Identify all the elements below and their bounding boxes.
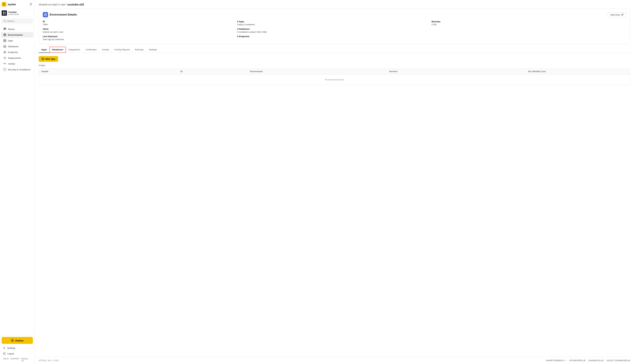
env-details-grid: ID 7809 0 Apps Using 0 containers Backup…: [43, 20, 626, 40]
content-area: New App 0 Apps Handle ID Environment Ser…: [35, 53, 634, 357]
env-backups-value: 0 GB: [432, 23, 626, 26]
sidebar-item-apps[interactable]: Apps: [1, 38, 34, 44]
tab-backups[interactable]: Backups: [132, 47, 146, 53]
search-input[interactable]: [7, 20, 31, 22]
changelog-link[interactable]: CHANGELOG: [588, 360, 604, 362]
env-field-last-deployed: Last Deployed 3min ago by Unknown: [43, 35, 237, 40]
sidebar-item-security[interactable]: Security & Compliance: [1, 67, 34, 72]
sidebar-item-activity[interactable]: Activity: [1, 61, 34, 66]
share-feedback-label: SHARE FEEDBACK: [546, 360, 564, 362]
tab-activity-reports-label: Activity Reports: [114, 48, 130, 51]
docs-link[interactable]: DOCS: [3, 358, 8, 362]
page-footer: APTIBLE, INC. © 2023 SHARE FEEDBACK GITH…: [35, 357, 634, 364]
sidebar: Aptible ☰ Youtube Kishan Sheth 🔍: [0, 0, 35, 364]
col-environment: Environment: [248, 69, 386, 74]
svg-rect-14: [5, 41, 6, 42]
env-last-deployed-label: Last Deployed: [43, 35, 237, 38]
search-wrap: 🔍: [2, 19, 33, 23]
search-section: 🔍: [0, 18, 34, 25]
databases-icon: [3, 45, 6, 48]
apps-count: 0 Apps: [39, 64, 630, 66]
col-handle: Handle: [39, 69, 178, 74]
apps-table: Handle ID Environment Services Est. Mont…: [39, 68, 630, 85]
chevron-down-icon: [565, 360, 566, 361]
env-id-value: 7809: [43, 23, 237, 26]
env-card-header: Environment Details View Docs: [43, 12, 626, 17]
env-field-apps: 0 Apps Using 0 containers: [237, 20, 432, 26]
tab-backups-label: Backups: [135, 48, 144, 51]
footer-links-right: SHARE FEEDBACK GITHUB REPO CHANGELOG LEG…: [546, 360, 630, 362]
svg-rect-2: [4, 12, 6, 13]
tab-certificates-label: Certificates: [86, 48, 97, 51]
org-switcher[interactable]: Youtube Kishan Sheth: [0, 9, 34, 18]
tabs-list: Apps Databases Integrations Certificates…: [39, 47, 630, 53]
logo: Aptible: [2, 2, 16, 6]
tab-apps[interactable]: Apps: [39, 47, 50, 53]
sidebar-item-endpoints[interactable]: Endpoints: [1, 49, 34, 55]
sidebar-item-security-label: Security & Compliance: [8, 68, 30, 71]
install-cli-link[interactable]: INSTALL CLI: [21, 358, 31, 362]
tab-certificates[interactable]: Certificates: [83, 47, 100, 53]
tab-activity[interactable]: Activity: [99, 47, 112, 53]
sidebar-item-deployments[interactable]: Deployments: [1, 55, 34, 61]
svg-point-17: [4, 51, 6, 53]
svg-rect-11: [4, 39, 4, 40]
logo-text: Aptible: [8, 3, 16, 6]
deployments-icon: [3, 56, 6, 60]
settings-label: Settings: [7, 347, 15, 349]
env-globe-icon: [43, 12, 48, 17]
env-endpoints-label: 0 Endpoints: [237, 35, 432, 38]
svg-rect-3: [3, 13, 4, 14]
sidebar-item-deployments-label: Deployments: [8, 57, 21, 59]
footer-copyright: APTIBLE, INC. © 2023: [39, 360, 59, 362]
external-link-sm2-icon: [602, 360, 604, 362]
settings-nav-item[interactable]: Settings: [2, 345, 33, 351]
github-repo-label: GITHUB REPO: [569, 360, 583, 362]
col-id: ID: [178, 69, 247, 74]
tab-settings[interactable]: Settings: [146, 47, 160, 53]
legacy-dashboard-link[interactable]: LEGACY DASHBOARD: [606, 360, 630, 362]
logout-nav-item[interactable]: Logout: [2, 351, 33, 356]
sidebar-header: Aptible ☰: [0, 0, 34, 9]
view-docs-button[interactable]: View Docs: [608, 12, 626, 17]
breadcrumb-bold: youtube-a32: [68, 3, 84, 6]
github-repo-link[interactable]: GITHUB REPO: [569, 360, 586, 362]
sidebar-item-endpoints-label: Endpoints: [8, 51, 18, 54]
org-name: Youtube: [8, 11, 19, 13]
tab-integrations[interactable]: Integrations: [66, 47, 83, 53]
deploy-plus-icon: [11, 339, 14, 342]
logout-icon: [3, 352, 6, 355]
environment-details-card: Environment Details View Docs ID 7809 0 …: [39, 8, 630, 44]
tab-activity-reports[interactable]: Activity Reports: [112, 47, 132, 53]
deploy-button-label: Deploy: [15, 339, 24, 342]
env-field-backups: Backups 0 GB: [432, 20, 626, 26]
tab-activity-label: Activity: [102, 48, 109, 51]
deploy-button[interactable]: Deploy: [2, 337, 33, 344]
env-id-label: ID: [43, 20, 237, 23]
aptible-logo-icon: [2, 2, 6, 6]
sidebar-item-environments[interactable]: Environments: [1, 32, 34, 38]
tab-databases[interactable]: Databases: [50, 47, 66, 53]
sidebar-item-databases[interactable]: Databases: [1, 44, 34, 49]
env-databases-value: 0 containers using 0 GB of disk: [237, 31, 432, 33]
org-grid-icon: [3, 12, 6, 14]
org-info: Youtube Kishan Sheth: [8, 11, 19, 15]
sidebar-item-stacks[interactable]: Stacks: [1, 26, 34, 32]
env-apps-value: Using 0 containers: [237, 23, 432, 26]
tab-apps-label: Apps: [41, 48, 47, 51]
tab-integrations-label: Integrations: [68, 48, 80, 51]
main-header: shared-us-east-1-wat / youtube-a32: [35, 0, 634, 8]
support-link[interactable]: SUPPORT: [10, 358, 19, 362]
env-title: Environment Details: [50, 13, 77, 16]
col-services: Services: [386, 69, 526, 74]
svg-rect-4: [4, 13, 6, 14]
tab-settings-label: Settings: [149, 48, 157, 51]
new-app-button[interactable]: New App: [39, 56, 58, 62]
svg-rect-1: [3, 12, 4, 13]
table-body: No resources found: [39, 74, 630, 85]
security-icon: [3, 68, 6, 71]
menu-toggle-button[interactable]: ☰: [29, 2, 33, 6]
env-field-databases: 0 Databases 0 containers using 0 GB of d…: [237, 28, 432, 33]
share-feedback-link[interactable]: SHARE FEEDBACK: [546, 360, 566, 362]
sidebar-footer: DOCS SUPPORT INSTALL CLI: [2, 356, 33, 362]
